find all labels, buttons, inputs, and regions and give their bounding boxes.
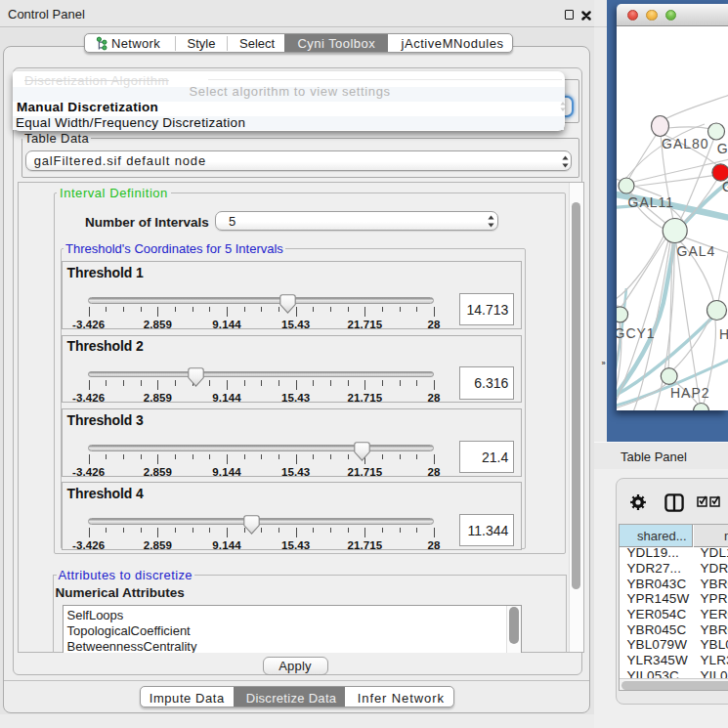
svg-text:GCY1: GCY1: [617, 325, 656, 341]
svg-text:GAL7: GAL7: [717, 141, 728, 156]
svg-text:HAP2: HAP2: [670, 385, 710, 401]
svg-text:GC: GC: [722, 179, 728, 194]
svg-text:GAL80: GAL80: [662, 136, 709, 151]
svg-text:HIS4: HIS4: [719, 326, 728, 342]
svg-text:GAL4: GAL4: [677, 243, 716, 259]
svg-text:GAL11: GAL11: [628, 194, 675, 210]
